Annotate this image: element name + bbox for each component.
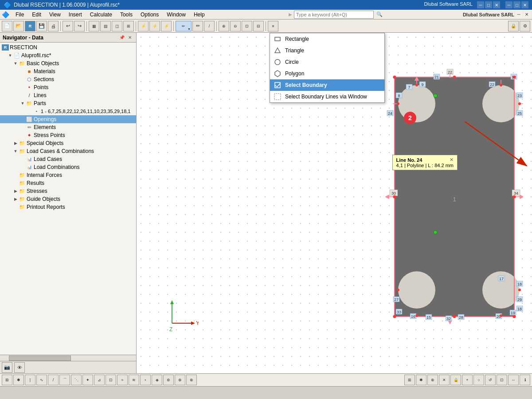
btb-btn15[interactable]: ⊛ <box>163 375 174 385</box>
tree-materials[interactable]: ■ Materials <box>0 67 136 75</box>
app-close-btn[interactable]: ✕ <box>493 1 500 8</box>
btb-btn13[interactable]: ⋆ <box>140 375 151 385</box>
tb-line[interactable]: / <box>204 21 215 31</box>
tree-lines[interactable]: / Lines <box>0 91 136 99</box>
btb-btn12[interactable]: ≋ <box>129 375 139 385</box>
dropdown-polygon[interactable]: Polygon <box>270 68 384 79</box>
status-rotate-btn[interactable]: ↺ <box>485 375 496 385</box>
tree-file[interactable]: ▼ 📄 Aluprofil.rsc* <box>0 51 136 59</box>
tree-elements[interactable]: ✏ Elements <box>0 123 136 131</box>
tree-guide[interactable]: ▶ 📁 Guide Objects <box>0 195 136 203</box>
tb-new[interactable]: 📄 <box>2 21 12 31</box>
nav-camera-btn[interactable]: 📷 <box>2 362 12 373</box>
tree-internal-forces[interactable]: 📁 Internal Forces <box>0 171 136 179</box>
nav-eye-btn[interactable]: 👁 <box>14 362 25 373</box>
status-move-btn[interactable]: ↔ <box>508 375 519 385</box>
dropdown-select-boundary-lines[interactable]: Select Boundary Lines via Window <box>270 91 384 102</box>
tb-rsection[interactable]: R <box>25 21 35 31</box>
close-btn[interactable]: ✕ <box>521 1 528 8</box>
btb-btn14[interactable]: ◈ <box>152 375 162 385</box>
tb-open[interactable]: 📂 <box>13 21 24 31</box>
tb-settings[interactable]: ⚙ <box>520 21 530 31</box>
tree-lc[interactable]: 📊 Load Cases <box>0 155 136 163</box>
tree-parts-item[interactable]: ▪ 1 - 6,7,25,8,22,12,26,11,10,23,35,29,1… <box>0 107 136 115</box>
tb-select3[interactable]: ◫ <box>112 21 122 31</box>
tb-view4[interactable]: ⊟ <box>253 21 264 31</box>
tree-stresses[interactable]: ▶ 📁 Stresses <box>0 187 136 195</box>
menu-file[interactable]: File <box>12 11 27 19</box>
tree-special[interactable]: ▶ 📁 Special Objects <box>0 139 136 147</box>
tb-draw-tool[interactable]: ✏▼ <box>176 21 192 31</box>
status-snap-btn[interactable]: ✱ <box>416 375 426 385</box>
tree-sections[interactable]: ⬡ Sections <box>0 75 136 83</box>
btb-btn7[interactable]: ⋱ <box>71 375 82 385</box>
min-btn[interactable]: ─ <box>505 1 512 8</box>
tree-parts[interactable]: ▼ 📁 Parts <box>0 99 136 107</box>
tb-extra1[interactable]: ≡ <box>268 21 278 31</box>
tree-root[interactable]: R RSECTION <box>0 43 136 51</box>
tree-stress-points[interactable]: ◆ Stress Points <box>0 131 136 139</box>
tree-basic-objects[interactable]: ▼ 📁 Basic Objects <box>0 59 136 67</box>
canvas-bg[interactable]: Rectangle Triangle Circle <box>137 33 532 373</box>
tree-printout[interactable]: 📁 Printout Reports <box>0 203 136 211</box>
tree-points[interactable]: ● Points <box>0 83 136 91</box>
tb-pencil[interactable]: ✏ <box>192 21 203 31</box>
tb-save[interactable]: 💾 <box>36 21 47 31</box>
app-max-btn[interactable]: □ <box>485 1 492 8</box>
status-grid-btn[interactable]: ⊞ <box>404 375 415 385</box>
dropdown-circle[interactable]: Circle <box>270 56 384 68</box>
dropdown-rectangle[interactable]: Rectangle <box>270 33 384 45</box>
tb-select[interactable]: ▦ <box>89 21 99 31</box>
tb-view2[interactable]: ⊖ <box>230 21 241 31</box>
status-meas-btn[interactable]: ⊡ <box>497 375 507 385</box>
nav-close-btn[interactable]: ✕ <box>126 34 133 41</box>
tb-print[interactable]: 🖨 <box>48 21 59 31</box>
menu-help[interactable]: Help <box>190 11 208 19</box>
dropdown-select-boundary[interactable]: Select Boundary <box>270 79 384 91</box>
menu-edit[interactable]: Edit <box>28 11 45 19</box>
menu-options[interactable]: Options <box>137 11 162 19</box>
app-min-btn[interactable]: ─ <box>477 1 484 8</box>
tb-calc2[interactable]: ⚡ <box>149 21 160 31</box>
btb-btn8[interactable]: ✦ <box>82 375 93 385</box>
tree-results[interactable]: 📁 Results <box>0 179 136 187</box>
menu-tools[interactable]: Tools <box>117 11 136 19</box>
tb-select4[interactable]: ⊞ <box>123 21 134 31</box>
dropdown-triangle[interactable]: Triangle <box>270 45 384 56</box>
ribbon-close-btn[interactable]: ✕ <box>523 11 530 18</box>
tb-calc3[interactable]: ⚡ <box>161 21 172 31</box>
tb-calc1[interactable]: ⚡ <box>138 21 149 31</box>
btb-btn3[interactable]: | <box>25 375 35 385</box>
tree-openings[interactable]: ⬜ Openings <box>0 115 136 123</box>
menu-calculate[interactable]: Calculate <box>86 11 116 19</box>
nav-pin-btn[interactable]: 📌 <box>118 34 125 41</box>
max-btn[interactable]: □ <box>513 1 520 8</box>
status-minus-btn[interactable]: ○ <box>473 375 484 385</box>
btb-btn6[interactable]: ⌒ <box>59 375 70 385</box>
scroll-thumb[interactable] <box>9 356 71 361</box>
btb-btn11[interactable]: ≈ <box>117 375 128 385</box>
ribbon-min-btn[interactable]: ─ <box>515 11 522 18</box>
status-plus-btn[interactable]: + <box>462 375 473 385</box>
tb-view1[interactable]: ⊕ <box>219 21 229 31</box>
title-bar-controls[interactable]: Dlubal Software SARL ─ □ ✕ ─ □ ✕ <box>424 1 528 8</box>
tb-view3[interactable]: ⊡ <box>242 21 252 31</box>
btb-btn1[interactable]: ⊞ <box>2 375 12 385</box>
tb-select2[interactable]: ▤ <box>100 21 111 31</box>
status-info-btn[interactable]: ℹ <box>520 375 530 385</box>
btb-btn16[interactable]: ⊗ <box>175 375 185 385</box>
btb-btn5[interactable]: / <box>48 375 59 385</box>
menu-insert[interactable]: Insert <box>65 11 86 19</box>
nav-scrollbar[interactable] <box>0 355 136 361</box>
menu-window[interactable]: Window <box>163 11 189 19</box>
btb-btn10[interactable]: ⊡ <box>106 375 116 385</box>
tb-redo[interactable]: ↪ <box>74 21 85 31</box>
tb-lock[interactable]: 🔒 <box>508 21 519 31</box>
menu-view[interactable]: View <box>46 11 64 19</box>
status-lock-btn[interactable]: 🔒 <box>450 375 461 385</box>
tb-undo[interactable]: ↩ <box>63 21 73 31</box>
btb-btn9[interactable]: ⊿ <box>94 375 105 385</box>
btb-btn2[interactable]: ✱ <box>13 375 24 385</box>
tree-loadcases[interactable]: ▼ 📁 Load Cases & Combinations <box>0 147 136 155</box>
status-coord-btn[interactable]: ⊕ <box>427 375 438 385</box>
